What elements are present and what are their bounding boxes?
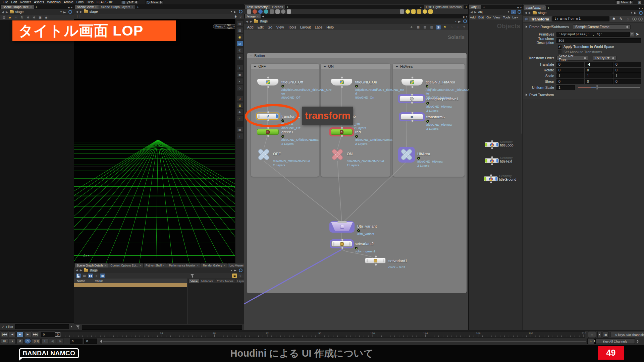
rotate-x-field[interactable]: 0: [556, 68, 584, 73]
shear-x-field[interactable]: 0: [556, 79, 584, 84]
menu-go[interactable]: Go: [485, 15, 492, 19]
timeline-ruler[interactable]: 24 48 72 96 120 144 168 192 216 240 0: [55, 331, 585, 338]
translate-y-field[interactable]: -4: [585, 62, 613, 67]
shear-y-field[interactable]: 0: [585, 79, 613, 84]
chevron-down-icon[interactable]: ▾: [631, 11, 632, 14]
range-start-field[interactable]: 0: [70, 339, 83, 344]
pin-icon[interactable]: [458, 20, 462, 23]
chevron-down-icon[interactable]: ▾: [231, 269, 232, 272]
prev-key-button[interactable]: ◀|: [49, 338, 56, 344]
collapse-arrow-icon[interactable]: [526, 94, 527, 96]
grid-view-icon[interactable]: ▦: [100, 274, 105, 278]
tree-view-icon[interactable]: ▙: [76, 274, 81, 278]
sync-icon[interactable]: ⇅: [19, 15, 24, 19]
select-arrow-icon[interactable]: ➤: [636, 32, 639, 37]
range-handle-icon[interactable]: [100, 339, 102, 343]
param-label-description[interactable]: Transform Description: [523, 37, 556, 45]
close-icon[interactable]: ×: [30, 5, 32, 9]
locator-icon[interactable]: ☉: [237, 48, 243, 53]
node-titlegnd-off[interactable]: [257, 79, 279, 86]
pane-square-icon[interactable]: ■: [517, 6, 519, 9]
help-icon[interactable]: ?: [238, 274, 243, 278]
columns-mode-icon[interactable]: ▥: [429, 25, 434, 29]
link-icon[interactable]: [239, 10, 243, 13]
tab-scene-graph-tree[interactable]: Scene Graph Tree×: [1, 5, 34, 9]
add-tab-icon[interactable]: +: [482, 5, 486, 9]
next-key-button[interactable]: |▶: [57, 338, 64, 344]
node-label[interactable]: titleGND_On: [355, 80, 377, 84]
step-size-button[interactable]: [1·1]: [32, 338, 41, 344]
param-label-primitives[interactable]: Primitives: [523, 32, 556, 36]
shelf-arealight-icon[interactable]: [417, 9, 421, 14]
filter-funnel-icon[interactable]: [191, 274, 194, 278]
close-icon[interactable]: ×: [542, 6, 544, 9]
rotate-y-field[interactable]: 0: [585, 68, 613, 73]
description-field[interactable]: $OS: [556, 38, 641, 43]
node-label[interactable]: OFF: [273, 152, 281, 156]
tab-scene-graph-layers[interactable]: Scene Graph Layers×: [99, 5, 135, 9]
node-label[interactable]: titleLogo: [500, 143, 514, 147]
node-label[interactable]: titleText: [500, 159, 512, 163]
forward-icon[interactable]: ▶: [6, 10, 8, 14]
link-icon[interactable]: [463, 19, 467, 23]
brush-icon[interactable]: ✎: [618, 16, 624, 21]
menu-flagship[interactable]: FLAGSHIP: [97, 0, 113, 4]
pane-square-icon[interactable]: ■: [639, 7, 640, 10]
menu-tools[interactable]: Tools: [286, 25, 298, 29]
shelf-skylight-icon[interactable]: [411, 9, 416, 14]
range-slider[interactable]: [103, 341, 586, 342]
loop-icon[interactable]: ↺: [16, 338, 23, 344]
keys-count-button[interactable]: 0 keys, 0/0 channels: [610, 332, 644, 337]
forward-icon[interactable]: ▶: [529, 11, 531, 14]
keyframe-icon[interactable]: ⊹: [41, 338, 48, 344]
help-icon[interactable]: ?: [462, 25, 466, 29]
node-titletext[interactable]: [485, 158, 499, 163]
node-titlegnd-hitarea[interactable]: [401, 79, 423, 86]
node-configureprimitive1[interactable]: [399, 96, 424, 102]
node-label[interactable]: red: [355, 130, 361, 134]
node-label[interactable]: titleGround: [499, 177, 516, 181]
close-icon[interactable]: ×: [163, 264, 165, 267]
gear-icon[interactable]: ✱: [611, 16, 616, 21]
param-label-uniform-scale[interactable]: Uniform Scale: [523, 85, 556, 89]
link-icon[interactable]: [68, 10, 72, 14]
pane-menu-icon[interactable]: ▾: [71, 6, 72, 9]
display-icon[interactable]: ◉: [44, 15, 49, 19]
realtime-toggle-icon[interactable]: ◷: [24, 338, 31, 344]
add-tab-icon[interactable]: +: [261, 15, 266, 18]
pane-menu-icon[interactable]: ▾: [466, 15, 467, 18]
pin-icon[interactable]: [234, 268, 237, 272]
breadcrumb-stage[interactable]: stage: [538, 11, 546, 15]
menu-help[interactable]: Help: [87, 0, 94, 4]
drag-handle-icon[interactable]: ⋮⋮: [76, 15, 81, 18]
rotate-z-field[interactable]: 0: [613, 68, 641, 73]
stop-button[interactable]: ■: [16, 331, 23, 337]
jump-start-button[interactable]: |◀◀: [1, 331, 8, 337]
details-table-body[interactable]: [74, 287, 187, 324]
node-hitarea-null[interactable]: [400, 148, 413, 161]
pin-icon[interactable]: [634, 11, 637, 14]
node-label[interactable]: titleGND_Off: [281, 80, 303, 84]
shelf-tool-box-icon[interactable]: [247, 9, 251, 14]
menu-help[interactable]: Help: [324, 25, 336, 29]
flag-icon[interactable]: ⚑: [442, 25, 447, 29]
pane-tool-icon[interactable]: ▧: [237, 27, 243, 33]
shelf-light-select-icon[interactable]: [400, 9, 404, 14]
grid-toggle-icon[interactable]: ▦: [237, 127, 243, 132]
filter-check-icon[interactable]: ✓: [2, 325, 4, 328]
pane-square-icon[interactable]: ■: [68, 6, 70, 9]
chevron-down-icon[interactable]: ▾: [508, 10, 509, 13]
menu-more[interactable]: La: [512, 15, 517, 19]
window-icon[interactable]: ▣: [638, 1, 641, 4]
param-label-pivot[interactable]: Pivot Transform: [529, 93, 554, 97]
subtab-metadata[interactable]: Metadata: [200, 279, 215, 283]
shelf-tool-grid-icon[interactable]: [270, 9, 274, 14]
param-label-order[interactable]: Transform Order: [523, 56, 556, 60]
breadcrumb-stage[interactable]: stage: [90, 268, 98, 272]
range-start2-field[interactable]: 0: [84, 339, 97, 344]
absolute-checkbox[interactable]: [558, 50, 561, 54]
current-frame-field[interactable]: 0: [41, 332, 55, 337]
tab-transform1[interactable]: transform1×: [524, 5, 546, 10]
shelf-tool-tommy-icon[interactable]: [275, 9, 280, 14]
node-label[interactable]: green1: [281, 130, 293, 134]
